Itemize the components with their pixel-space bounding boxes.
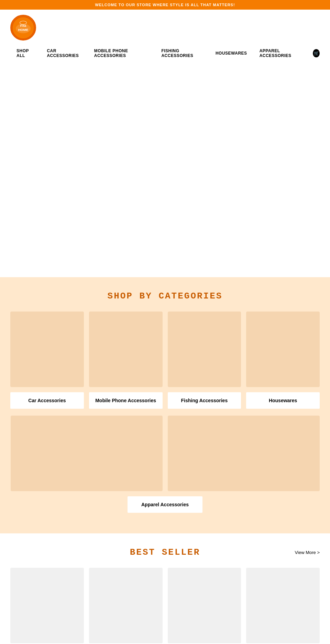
cat-image-apparel-right — [168, 416, 320, 491]
cat-image-car — [10, 312, 84, 387]
category-images-row2 — [10, 416, 320, 491]
cat-btn-housewares[interactable]: Housewares — [246, 392, 320, 409]
nav-shop-all[interactable]: SHOP ALL — [10, 46, 41, 61]
product-card-1: KOtik New Fashion Classic G.. ₱174.64 — [10, 568, 84, 644]
nav-car-accessories[interactable]: CAR ACCESSORIES — [41, 46, 88, 61]
product-card-4: BARCUR Sports Sunglasses W.. ₱2,246.45 — [246, 568, 320, 644]
product-card-3: New FashionSemi Rimless Po.. ₱322.22 — [168, 568, 241, 644]
category-images-row1 — [10, 312, 320, 387]
view-more-link[interactable]: View More > — [295, 550, 320, 555]
category-labels-row1: Car Accessories Mobile Phone Accessories… — [10, 392, 320, 409]
cat-image-fishing — [168, 312, 241, 387]
categories-title: SHOP BY CATEGORIES — [10, 291, 320, 301]
hero-area — [0, 64, 330, 277]
logo[interactable]: Fita HOME — [10, 15, 36, 41]
banner-text: WELCOME TO OUR STORE WHERE STYLE IS ALL … — [95, 3, 235, 7]
cat-image-apparel-left — [11, 416, 163, 491]
nav-housewares[interactable]: HOUSEWARES — [209, 48, 253, 58]
product-image-1 — [10, 568, 84, 643]
product-image-2 — [89, 568, 163, 643]
svg-text:HOME: HOME — [18, 27, 29, 31]
product-image-4 — [246, 568, 320, 643]
product-image-3 — [168, 568, 241, 643]
cart-button[interactable]: 🛒 — [313, 49, 320, 57]
nav-mobile-phone-accessories[interactable]: MOBILE PHONE ACCESSORIES — [88, 46, 155, 61]
cat-btn-mobile[interactable]: Mobile Phone Accessories — [89, 392, 163, 409]
nav-fishing-accessories[interactable]: FISHING ACCESSORIES — [155, 46, 209, 61]
cat-image-housewares — [246, 312, 320, 387]
cat-btn-car[interactable]: Car Accessories — [10, 392, 84, 409]
best-seller-title: BEST SELLER — [130, 547, 200, 557]
cat-image-mobile — [89, 312, 163, 387]
logo-circle: Fita HOME — [10, 15, 36, 41]
header: Fita HOME — [0, 10, 330, 46]
cat-btn-fishing[interactable]: Fishing Accessories — [168, 392, 241, 409]
top-banner: WELCOME TO OUR STORE WHERE STYLE IS ALL … — [0, 0, 330, 10]
best-seller-section: BEST SELLER View More > KOtik New Fashio… — [0, 533, 330, 644]
cat-btn-apparel[interactable]: Apparel Accessories — [128, 496, 202, 513]
product-card-2: Vnox Personalized Spinner R.. ₱274.48 — [89, 568, 163, 644]
category-labels-row2: Apparel Accessories — [10, 496, 320, 513]
products-grid: KOtik New Fashion Classic G.. ₱174.64 Vn… — [10, 568, 320, 644]
cart-icon: 🛒 — [314, 51, 319, 56]
best-seller-header: BEST SELLER View More > — [10, 547, 320, 557]
nav-apparel-accessories[interactable]: APPAREL ACCESSORIES — [253, 46, 310, 61]
nav: SHOP ALL CAR ACCESSORIES MOBILE PHONE AC… — [0, 46, 330, 64]
categories-section: SHOP BY CATEGORIES Car Accessories Mobil… — [0, 277, 330, 533]
